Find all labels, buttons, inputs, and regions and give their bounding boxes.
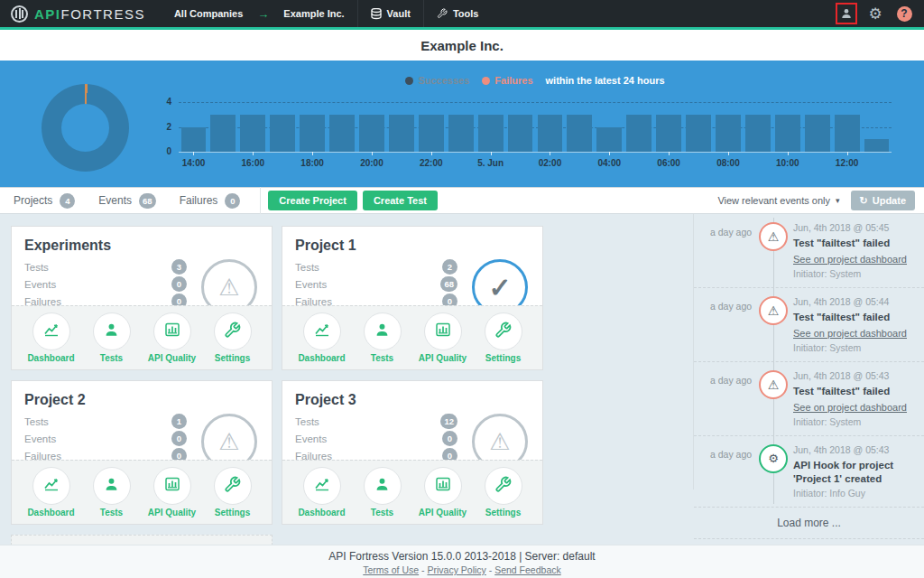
tests-icon xyxy=(103,476,120,497)
card-action-settings[interactable]: Settings xyxy=(477,312,530,363)
activity-chart: SuccessesFailures within the latest 24 h… xyxy=(0,61,924,187)
card-action-dashboard[interactable]: Dashboard xyxy=(25,312,78,363)
bar xyxy=(329,115,355,152)
action-label: Settings xyxy=(215,508,250,517)
x-axis-tick-label: 04:00 xyxy=(582,158,636,168)
bar xyxy=(270,115,295,152)
event-dashboard-link[interactable]: See on project dashboard xyxy=(793,254,907,265)
project-cards-grid: ExperimentsTests3Events0Failures0⚠Dashbo… xyxy=(11,226,545,578)
x-axis-tick xyxy=(788,152,789,155)
card-stat-row: Events0 xyxy=(24,276,187,292)
timeline-entry: a day ago⚠Jun, 4th 2018 @ 05:45Test "fai… xyxy=(694,214,924,288)
x-axis-tick xyxy=(847,152,848,155)
event-dashboard-link[interactable]: See on project dashboard xyxy=(793,402,907,413)
card-action-api-quality[interactable]: API Quality xyxy=(417,312,469,363)
relative-time: a day ago xyxy=(710,301,752,312)
bar xyxy=(478,115,504,152)
card-action-tests[interactable]: Tests xyxy=(86,467,138,517)
brand[interactable]: APIFORTRESS xyxy=(0,5,162,23)
bar xyxy=(300,115,325,152)
card-action-settings[interactable]: Settings xyxy=(477,467,530,517)
create-test-button[interactable]: Create Test xyxy=(363,191,438,210)
card-action-settings[interactable]: Settings xyxy=(207,467,259,517)
event-initiator: Initiator: System xyxy=(793,268,919,279)
card-action-api-quality[interactable]: API Quality xyxy=(146,467,199,517)
card-stat-row: Tests2 xyxy=(295,259,457,275)
nav-tools[interactable]: Tools xyxy=(424,0,492,27)
card-action-dashboard[interactable]: Dashboard xyxy=(296,312,348,363)
event-title: Test "failtest" failed xyxy=(793,385,919,398)
nav-company[interactable]: Example Inc. xyxy=(271,0,356,27)
card-action-dashboard[interactable]: Dashboard xyxy=(296,467,348,517)
bar xyxy=(864,139,890,152)
card-stat-row: Tests1 xyxy=(24,414,187,429)
help-icon[interactable]: ? xyxy=(893,3,915,24)
card-action-api-quality[interactable]: API Quality xyxy=(417,467,469,517)
relative-time: a day ago xyxy=(710,375,752,386)
load-more-button[interactable]: Load more ... xyxy=(694,508,924,539)
y-axis-tick-label: 2 xyxy=(152,122,171,132)
relative-time: a day ago xyxy=(710,449,752,460)
page-header: Example Inc. xyxy=(0,30,924,61)
bar xyxy=(210,115,236,152)
action-label: API Quality xyxy=(419,353,467,363)
action-label: API Quality xyxy=(148,508,196,517)
stat-label: Events xyxy=(295,434,327,444)
action-label: API Quality xyxy=(419,508,467,517)
api-quality-icon xyxy=(163,321,181,342)
event-timestamp: Jun, 4th 2018 @ 05:44 xyxy=(793,296,919,307)
nav-all-companies[interactable]: All Companies xyxy=(162,0,255,27)
card-action-tests[interactable]: Tests xyxy=(356,312,409,363)
card-action-tests[interactable]: Tests xyxy=(356,467,409,517)
top-navbar: APIFORTRESS All Companies → Example Inc.… xyxy=(0,0,924,27)
nav-vault[interactable]: Vault xyxy=(358,0,423,27)
card-action-settings[interactable]: Settings xyxy=(207,312,259,363)
card-action-dashboard[interactable]: Dashboard xyxy=(25,467,78,517)
bar xyxy=(181,127,207,153)
action-label: Settings xyxy=(485,508,521,517)
x-axis-tick-label: 06:00 xyxy=(642,158,696,168)
x-axis-tick-label: 02:00 xyxy=(522,158,577,168)
events-filter-dropdown[interactable]: View relevant events only ▾ xyxy=(717,195,839,206)
bar xyxy=(745,115,771,152)
bar xyxy=(240,115,265,152)
stat-badge: 1 xyxy=(171,414,187,429)
footer-version-text: API Fortress Version 15.0.0 2013-2018 | … xyxy=(0,550,924,563)
card-actions: DashboardTestsAPI QualitySettings xyxy=(282,460,542,524)
action-label: Tests xyxy=(100,508,123,517)
card-top: Project 2Tests1Events0Failures0⚠ xyxy=(12,381,272,461)
dashboard-icon xyxy=(313,321,331,342)
card-action-tests[interactable]: Tests xyxy=(86,312,138,363)
footer-link-terms-of-use[interactable]: Terms of Use xyxy=(363,564,419,575)
footer-link-privacy-policy[interactable]: Privacy Policy xyxy=(427,564,485,575)
user-icon[interactable] xyxy=(836,3,857,24)
card-actions: DashboardTestsAPI QualitySettings xyxy=(12,460,272,524)
event-title: Test "failtest" failed xyxy=(793,311,919,324)
footer-link-send-feedback[interactable]: Send Feedback xyxy=(494,564,561,575)
footer: API Fortress Version 15.0.0 2013-2018 | … xyxy=(0,545,924,578)
gear-icon[interactable]: ⚙ xyxy=(864,3,886,24)
tests-icon xyxy=(103,322,120,342)
x-axis-tick xyxy=(491,152,492,155)
create-project-button[interactable]: Create Project xyxy=(268,191,357,210)
warning-icon: ⚠ xyxy=(759,296,788,325)
event-timestamp: Jun, 4th 2018 @ 05:45 xyxy=(793,222,919,233)
stat-badge: 68 xyxy=(440,276,457,292)
bar xyxy=(805,115,830,152)
event-dashboard-link[interactable]: See on project dashboard xyxy=(793,328,907,339)
x-axis-tick-label: 5. Jun xyxy=(464,158,518,168)
action-label: Tests xyxy=(100,353,123,363)
update-button[interactable]: ↻ Update xyxy=(851,191,916,210)
stat-label: Events xyxy=(24,434,56,444)
x-axis-tick xyxy=(550,152,550,155)
api-quality-icon xyxy=(434,475,452,497)
toolbar-divider xyxy=(260,187,261,214)
stat-badge: 12 xyxy=(440,414,457,429)
stat-label: Events xyxy=(295,279,327,290)
chevron-down-icon: ▾ xyxy=(836,196,840,205)
card-action-api-quality[interactable]: API Quality xyxy=(146,312,199,363)
vault-icon xyxy=(371,8,382,20)
toolbar-stats: Projects4Events68Failures0 xyxy=(0,193,240,209)
bar xyxy=(835,115,860,152)
event-timestamp: Jun, 4th 2018 @ 05:43 xyxy=(793,370,919,381)
